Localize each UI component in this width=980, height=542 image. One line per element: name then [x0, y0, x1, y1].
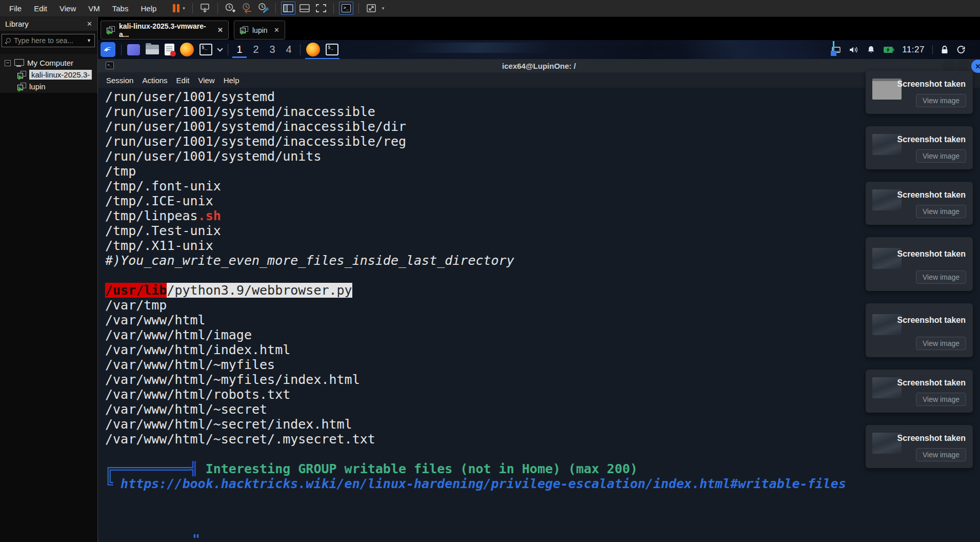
display-down-arrow-icon — [199, 3, 211, 13]
view-image-button[interactable]: View image — [916, 337, 966, 350]
menu-help[interactable]: Help — [134, 0, 163, 17]
workspace-4[interactable]: 4 — [283, 44, 294, 55]
menu-vm[interactable]: VM — [82, 0, 106, 17]
terminal-text: /var/www/html/index.html — [105, 342, 290, 357]
library-close-icon[interactable]: ✕ — [87, 20, 92, 28]
chevron-down-icon[interactable]: ▾ — [382, 6, 385, 11]
tab-close-icon[interactable]: ✕ — [217, 26, 223, 34]
terminal-window-icon[interactable]: $_ — [326, 44, 338, 55]
terminal-line: /run/user/1001/systemd/inaccessible — [105, 104, 980, 119]
taskbar-status: 11:27 — [831, 40, 966, 59]
notifications-bell-icon[interactable] — [867, 45, 875, 54]
fullscreen-button[interactable] — [314, 2, 328, 15]
terminal-text: /var/www/html/~secret/.mysecret.txt — [105, 432, 375, 447]
taskbar-divider — [932, 45, 933, 54]
terminal-line: /var/www/html/~myfiles/index.html — [105, 372, 980, 387]
tab-label: kali-linux-2025.3-vmware-a... — [119, 22, 213, 38]
terminal-text: /tmp/linpeas — [105, 208, 198, 223]
workspace-1[interactable]: 1 — [234, 44, 245, 55]
launch-console-button[interactable]: >_ — [339, 2, 353, 15]
pause-vm-button[interactable]: ▾ — [171, 4, 187, 12]
vm-tree: − My Computer kali-linux-2025.3- lupin — [0, 54, 97, 96]
kali-taskbar: $_ 1234 $_ — [98, 40, 980, 59]
tab-lupin[interactable]: lupin ✕ — [234, 21, 285, 40]
text-editor-icon[interactable] — [165, 44, 174, 55]
terminal-text: #)You_can_write_even_more_files_inside_l… — [105, 253, 514, 268]
terminal-titlebar[interactable]: >_ icex64@LupinOne: / — [98, 59, 980, 72]
view-image-button[interactable]: View image — [916, 270, 966, 284]
menu-edit[interactable]: Edit — [28, 0, 53, 17]
tree-item-lupin[interactable]: lupin — [0, 81, 97, 92]
menu-tabs[interactable]: Tabs — [106, 0, 135, 17]
search-dropdown-icon[interactable]: ▼ — [87, 38, 91, 43]
terminal-text: .sh — [198, 208, 221, 223]
volume-icon[interactable] — [849, 46, 859, 54]
notification-card[interactable]: Screenshot takenView image — [866, 182, 973, 225]
view-image-button[interactable]: View image — [916, 94, 966, 107]
vm-icon — [17, 71, 26, 79]
chevron-down-icon[interactable]: ▾ — [183, 6, 185, 11]
toggle-library-panel-button[interactable] — [281, 2, 295, 15]
take-snapshot-button[interactable] — [223, 2, 237, 15]
terminal-menu-edit[interactable]: Edit — [176, 76, 190, 85]
view-image-button[interactable]: View image — [916, 149, 966, 163]
terminal-menu-actions[interactable]: Actions — [142, 76, 167, 85]
notification-card[interactable]: Screenshot takenView image — [866, 126, 973, 169]
notification-title: Screenshot taken — [897, 80, 966, 89]
chevron-down-icon[interactable] — [217, 46, 223, 51]
terminal-text: /var/www/html/~secret/index.html — [105, 417, 352, 432]
view-image-button[interactable]: View image — [916, 393, 966, 406]
tree-collapse-icon[interactable]: − — [5, 60, 11, 66]
kali-menu-button[interactable] — [101, 42, 115, 57]
terminal-line: /var/www/html — [105, 313, 980, 327]
tree-item-kali[interactable]: kali-linux-2025.3- — [0, 69, 97, 81]
notification-card[interactable]: Screenshot takenView image — [866, 237, 973, 291]
terminal-menu-view[interactable]: View — [198, 76, 214, 85]
notification-card[interactable]: Screenshot takenView image — [866, 425, 973, 468]
notification-card[interactable]: Screenshot takenView image — [866, 303, 973, 357]
terminal-menubar: SessionActionsEditViewHelp — [98, 72, 980, 88]
workspace-2[interactable]: 2 — [250, 44, 262, 55]
terminal-launcher-icon[interactable]: $_ — [199, 44, 212, 55]
view-image-button[interactable]: View image — [916, 448, 966, 461]
workspace-3[interactable]: 3 — [267, 44, 278, 55]
revert-snapshot-button[interactable] — [239, 2, 254, 15]
library-search-input[interactable]: Type here to sea... ▼ — [2, 34, 95, 47]
logout-icon[interactable] — [956, 45, 966, 54]
tab-close-icon[interactable]: ✕ — [274, 26, 279, 34]
toggle-thumbnail-bar-button[interactable] — [297, 2, 312, 15]
notification-card[interactable]: Screenshot takenView image — [866, 71, 973, 114]
view-image-button[interactable]: View image — [916, 205, 966, 218]
terminal-menu-session[interactable]: Session — [106, 76, 133, 85]
terminal-line: /var/www/html/~secret/index.html — [105, 417, 980, 432]
menu-view[interactable]: View — [53, 0, 82, 17]
terminal-line — [105, 268, 980, 283]
terminal-output[interactable]: /run/user/1001/systemd/run/user/1001/sys… — [105, 89, 980, 542]
notification-card[interactable]: Screenshot takenView image — [866, 370, 973, 413]
vm-icon — [106, 26, 115, 34]
terminal-line: /run/user/1001/systemd/inaccessible/dir — [105, 119, 980, 134]
terminal-window: >_ icex64@LupinOne: / SessionActionsEdit… — [98, 59, 980, 542]
battery-icon[interactable] — [883, 46, 894, 53]
computer-icon — [14, 59, 24, 67]
firefox-icon[interactable] — [180, 43, 194, 56]
send-to-display-button[interactable] — [198, 2, 212, 15]
tree-item-my-computer[interactable]: − My Computer — [0, 57, 97, 69]
konsole-icon: >_ — [106, 62, 114, 69]
lock-icon[interactable] — [941, 45, 949, 54]
diagonal-resize-icon — [366, 3, 377, 13]
menu-file[interactable]: File — [3, 0, 28, 17]
enhanced-fullscreen-button[interactable] — [364, 2, 378, 15]
app-launcher-icon[interactable] — [127, 44, 140, 55]
terminal-text: /var/www/html/~myfiles/index.html — [105, 372, 360, 387]
terminal-menu-help[interactable]: Help — [224, 76, 239, 85]
toolbar-divider — [192, 3, 193, 13]
manage-snapshots-button[interactable] — [256, 2, 270, 15]
terminal-text: ╔══════════╣ — [105, 461, 206, 476]
file-manager-icon[interactable] — [146, 45, 159, 54]
clock[interactable]: 11:27 — [902, 45, 925, 55]
firefox-window-icon[interactable] — [306, 43, 320, 56]
toolbar-divider — [217, 3, 218, 13]
terminal-text: /tmp/.X11-unix — [105, 238, 213, 253]
tab-kali[interactable]: kali-linux-2025.3-vmware-a... ✕ — [101, 21, 229, 40]
